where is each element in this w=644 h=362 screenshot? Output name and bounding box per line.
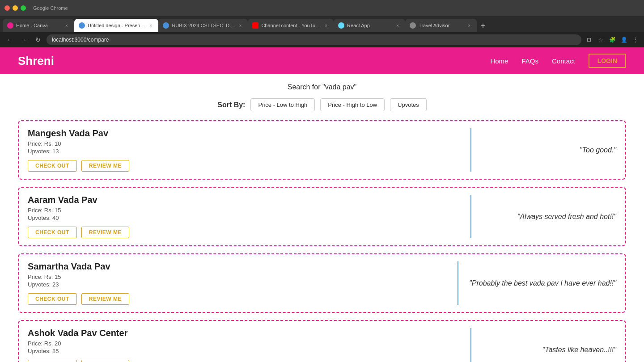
navbar: Shreni Home FAQs Contact LOGIN — [0, 47, 644, 74]
login-button[interactable]: LOGIN — [589, 54, 626, 68]
tab-close-canva[interactable]: × — [64, 22, 70, 29]
vendor-card-aaram: Aaram Vada Pav Price: Rs. 15 Upvotes: 40… — [18, 187, 626, 246]
new-tab-button[interactable]: + — [477, 20, 489, 32]
vendor-upvotes-samartha: Upvotes: 23 — [28, 281, 447, 288]
review-button-mangesh[interactable]: REVIEW ME — [81, 160, 129, 172]
checkout-button-samartha[interactable]: CHECK OUT — [28, 293, 77, 305]
browser-tab-untitled[interactable]: Untitled design - Presen… × — [74, 19, 158, 32]
vendor-divider-mangesh — [470, 128, 471, 172]
cast-icon[interactable]: ⊡ — [584, 35, 594, 45]
vendor-review-text-samartha: "Probably the best vada pav I have ever … — [469, 279, 616, 287]
sort-high-to-low-button[interactable]: Price - High to Low — [320, 98, 385, 111]
search-result-text: Search for "vada pav" — [18, 83, 626, 91]
tab-favicon-channel — [252, 22, 258, 29]
nav-contact[interactable]: Contact — [552, 57, 575, 65]
browser-tab-rubix[interactable]: RUBIX 2024 CSI TSEC: Da… × — [158, 19, 248, 32]
tab-title-canva: Home - Canva — [16, 23, 61, 28]
tab-close-rubix[interactable]: × — [237, 22, 243, 29]
vendor-actions-ashok: CHECK OUT REVIEW ME — [28, 360, 460, 362]
back-button[interactable]: ← — [4, 34, 15, 46]
minimize-window-button[interactable] — [13, 5, 18, 11]
vendor-review-samartha: "Probably the best vada pav I have ever … — [469, 261, 616, 305]
vendor-card-samartha: Samartha Vada Pav Price: Rs. 15 Upvotes:… — [18, 253, 626, 313]
sort-label: Sort By: — [217, 101, 245, 109]
vendor-divider-aaram — [470, 195, 471, 238]
vendor-price-ashok: Price: Rs. 20 — [28, 340, 460, 347]
address-right-icons: ⊡ ☆ 🧩 👤 ⋮ — [584, 35, 640, 45]
vendor-review-aaram: "Always served fresh and hot!!" — [482, 195, 616, 238]
vendor-divider-ashok — [470, 328, 471, 362]
vendor-name-mangesh: Mangesh Vada Pav — [28, 128, 460, 139]
tab-close-travel[interactable]: × — [466, 22, 472, 29]
vendor-review-text-aaram: "Always served fresh and hot!!" — [517, 213, 616, 221]
review-button-samartha[interactable]: REVIEW ME — [81, 293, 129, 305]
bookmark-star-icon[interactable]: ☆ — [596, 35, 606, 45]
vendor-card-mangesh: Mangesh Vada Pav Price: Rs. 10 Upvotes: … — [18, 120, 626, 180]
tabs-bar: Home - Canva × Untitled design - Presen…… — [0, 16, 644, 32]
tab-title-untitled: Untitled design - Presen… — [88, 23, 145, 28]
maximize-window-button[interactable] — [21, 5, 26, 11]
nav-faqs[interactable]: FAQs — [521, 57, 538, 65]
tab-favicon-untitled — [79, 22, 85, 29]
tab-close-untitled[interactable]: × — [148, 22, 154, 29]
vendor-name-ashok: Ashok Vada Pav Center — [28, 328, 460, 338]
extension-icon[interactable]: 🧩 — [607, 35, 617, 45]
tab-title-rubix: RUBIX 2024 CSI TSEC: Da… — [172, 23, 234, 28]
close-window-button[interactable] — [4, 5, 10, 11]
browser-tab-travel[interactable]: Travel Advisor × — [405, 19, 477, 32]
sort-low-to-high-button[interactable]: Price - Low to High — [250, 98, 315, 111]
tab-title-travel: Travel Advisor — [419, 23, 463, 28]
sort-bar: Sort By: Price - Low to High Price - Hig… — [18, 98, 626, 111]
sort-upvotes-button[interactable]: Upvotes — [390, 98, 427, 111]
tab-favicon-react — [338, 22, 344, 29]
vendor-review-ashok: "Tastes like heaven..!!!" — [482, 328, 616, 362]
browser-tab-react[interactable]: React App × — [334, 19, 405, 32]
vendor-info-mangesh: Mangesh Vada Pav Price: Rs. 10 Upvotes: … — [28, 128, 460, 172]
vendor-info-ashok: Ashok Vada Pav Center Price: Rs. 20 Upvo… — [28, 328, 460, 362]
address-bar: ← → ↻ ⊡ ☆ 🧩 👤 ⋮ — [0, 32, 644, 47]
vendor-review-text-mangesh: "Too good." — [580, 146, 616, 154]
checkout-button-aaram[interactable]: CHECK OUT — [28, 227, 77, 238]
vendor-actions-samartha: CHECK OUT REVIEW ME — [28, 293, 447, 305]
vendor-price-samartha: Price: Rs. 15 — [28, 274, 447, 280]
browser-window: Google Chrome Home - Canva × Untitled de… — [0, 0, 644, 362]
vendor-actions-mangesh: CHECK OUT REVIEW ME — [28, 160, 460, 172]
vendor-info-aaram: Aaram Vada Pav Price: Rs. 15 Upvotes: 40… — [28, 195, 460, 238]
vendor-divider-samartha — [458, 261, 458, 305]
vendor-price-mangesh: Price: Rs. 10 — [28, 140, 460, 147]
vendor-upvotes-mangesh: Upvotes: 13 — [28, 148, 460, 155]
review-button-aaram[interactable]: REVIEW ME — [81, 227, 129, 238]
checkout-button-ashok[interactable]: CHECK OUT — [28, 360, 77, 362]
tab-favicon-rubix — [163, 22, 169, 29]
vendor-review-mangesh: "Too good." — [482, 128, 616, 172]
vendor-card-ashok: Ashok Vada Pav Center Price: Rs. 20 Upvo… — [18, 320, 626, 362]
tab-favicon-canva — [7, 22, 13, 29]
nav-home[interactable]: Home — [490, 57, 508, 65]
brand-logo[interactable]: Shreni — [18, 54, 490, 68]
reload-button[interactable]: ↻ — [32, 34, 44, 46]
checkout-button-mangesh[interactable]: CHECK OUT — [28, 160, 77, 172]
vendor-name-aaram: Aaram Vada Pav — [28, 195, 460, 205]
app-content: Shreni Home FAQs Contact LOGIN Search fo… — [0, 47, 644, 362]
browser-titlebar: Google Chrome — [0, 0, 644, 16]
tab-title-react: React App — [347, 23, 392, 28]
navbar-links: Home FAQs Contact LOGIN — [490, 54, 626, 68]
vendor-actions-aaram: CHECK OUT REVIEW ME — [28, 227, 460, 238]
tab-close-react[interactable]: × — [394, 22, 401, 29]
vendor-upvotes-ashok: Upvotes: 85 — [28, 348, 460, 354]
browser-tab-channel[interactable]: Channel content - YouTu… × — [248, 19, 334, 32]
vendor-info-samartha: Samartha Vada Pav Price: Rs. 15 Upvotes:… — [28, 261, 447, 305]
more-menu-icon[interactable]: ⋮ — [631, 35, 640, 45]
address-input[interactable] — [47, 34, 581, 45]
vendor-name-samartha: Samartha Vada Pav — [28, 261, 447, 272]
tab-title-channel: Channel content - YouTu… — [261, 23, 320, 28]
forward-button[interactable]: → — [18, 34, 30, 46]
profile-icon[interactable]: 👤 — [619, 35, 629, 45]
vendor-review-text-ashok: "Tastes like heaven..!!!" — [542, 346, 616, 354]
review-button-ashok[interactable]: REVIEW ME — [81, 360, 129, 362]
tab-close-channel[interactable]: × — [323, 22, 329, 29]
vendor-price-aaram: Price: Rs. 15 — [28, 207, 460, 214]
vendor-upvotes-aaram: Upvotes: 40 — [28, 215, 460, 221]
main-content: Search for "vada pav" Sort By: Price - L… — [0, 74, 644, 362]
browser-tab-canva[interactable]: Home - Canva × — [3, 19, 74, 32]
